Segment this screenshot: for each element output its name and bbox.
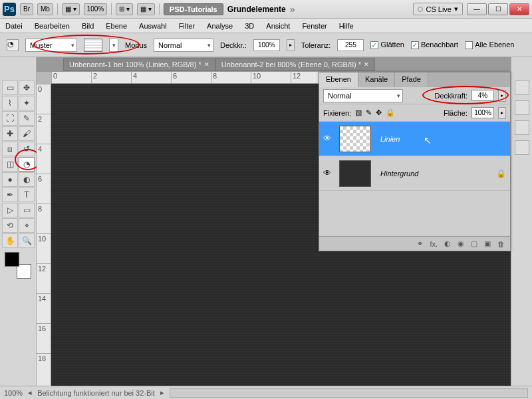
lock-position-icon[interactable]: ✥ [376, 108, 382, 117]
swatches-panel-icon[interactable] [515, 100, 529, 115]
layer-mask-icon[interactable]: ◐ [444, 239, 451, 248]
status-message: Belichtung funktioniert nur bei 32-Bit [37, 389, 155, 397]
menu-fenster[interactable]: Fenster [302, 22, 327, 30]
window-close[interactable]: ✕ [509, 3, 529, 15]
stamp-tool[interactable]: ⧇ [2, 142, 18, 156]
delete-layer-icon[interactable]: 🗑 [497, 240, 505, 248]
fg-color[interactable] [5, 252, 19, 267]
menu-filter[interactable]: Filter [179, 22, 195, 30]
opacity-arrow[interactable]: ▸ [287, 39, 295, 51]
layer-opacity-field[interactable]: 4% [471, 90, 494, 101]
path-select-tool[interactable]: ▷ [2, 203, 18, 217]
menu-datei[interactable]: Datei [5, 22, 23, 30]
menu-hilfe[interactable]: Hilfe [339, 22, 354, 30]
hand-tool[interactable]: ✋ [2, 233, 18, 248]
pen-tool[interactable]: ✒ [2, 188, 18, 202]
bridge-button[interactable]: Br [20, 3, 33, 15]
panel-tab-ebenen[interactable]: Ebenen [319, 72, 358, 87]
paint-bucket-tool[interactable]: ◔ [19, 157, 35, 172]
dodge-tool[interactable]: ◐ [19, 172, 35, 187]
fill-arrow[interactable]: ▸ [498, 107, 506, 119]
new-layer-icon[interactable]: ▣ [484, 239, 491, 248]
scrollbar-horizontal[interactable] [170, 388, 528, 398]
layer-thumbnail[interactable] [339, 126, 371, 152]
eraser-tool[interactable]: ◫ [2, 157, 18, 172]
layer-name[interactable]: Linien [380, 135, 400, 143]
history-brush-tool[interactable]: ↺ [19, 142, 35, 156]
alle-ebenen-checkbox[interactable]: Alle Ebenen [465, 41, 514, 49]
workspace-psd-tutorials[interactable]: PSD-Tutorials [164, 3, 223, 15]
lasso-tool[interactable]: ⌇ [2, 96, 18, 110]
layer-blend-dropdown[interactable]: Normal [323, 89, 403, 102]
layer-thumbnail[interactable] [339, 160, 371, 187]
crop-tool[interactable]: ⛶ [2, 111, 18, 126]
move-tool[interactable]: ✥ [19, 80, 35, 95]
ruler-tick: 4 [37, 144, 51, 174]
brush-tool[interactable]: 🖌 [19, 126, 35, 141]
ruler-vertical[interactable]: 024681012141618 [37, 84, 51, 386]
layout-dropdown[interactable]: ▦ ▾ [62, 3, 80, 15]
layer-opacity-arrow[interactable]: ▸ [498, 90, 506, 102]
tolerance-field[interactable]: 255 [337, 39, 364, 51]
type-tool[interactable]: T [19, 188, 35, 202]
menu-ansicht[interactable]: Ansicht [266, 22, 290, 30]
layer-fx-icon[interactable]: fx. [430, 240, 438, 248]
layer-name[interactable]: Hintergrund [380, 170, 418, 178]
lock-transparency-icon[interactable]: ▧ [355, 108, 362, 117]
magic-wand-tool[interactable]: ✦ [19, 96, 35, 110]
extras-btn[interactable]: ▦ ▾ [137, 3, 155, 15]
menu-bearbeiten[interactable]: Bearbeiten [35, 22, 70, 30]
workspace-more-icon[interactable]: » [290, 4, 295, 15]
pattern-swatch[interactable] [84, 39, 102, 52]
pattern-picker-dropdown[interactable] [109, 39, 118, 52]
link-layers-icon[interactable]: ⚭ [417, 239, 423, 248]
opacity-field[interactable]: 100% [253, 39, 280, 51]
color-panel-icon[interactable] [515, 80, 529, 95]
visibility-icon[interactable]: 👁 [323, 134, 334, 144]
masks-panel-icon[interactable] [515, 140, 529, 155]
layer-row-linien[interactable]: 👁 Linien ↖ [319, 122, 510, 156]
zoom-display[interactable]: 100% [84, 3, 108, 15]
glaetten-checkbox[interactable]: ✓Glätten [370, 41, 404, 49]
ruler-btn[interactable]: ⊞ ▾ [116, 3, 133, 15]
zoom-tool[interactable]: 🔍 [19, 233, 35, 248]
blend-dropdown[interactable]: Normal [154, 39, 213, 52]
group-icon[interactable]: ▢ [471, 239, 477, 248]
window-maximize[interactable]: ☐ [488, 3, 508, 15]
cslive-button[interactable]: CS Live ▾ [413, 3, 463, 15]
eyedropper-tool[interactable]: ✎ [19, 111, 35, 126]
panel-tab-kanaele[interactable]: Kanäle [358, 72, 395, 87]
menu-3d[interactable]: 3D [245, 22, 254, 30]
paint-bucket-icon: ◔ [7, 39, 19, 51]
marquee-tool[interactable]: ▭ [2, 80, 18, 95]
shape-tool[interactable]: ▭ [19, 203, 35, 217]
menu-bild[interactable]: Bild [82, 22, 94, 30]
minibridge-button[interactable]: Mb [37, 3, 53, 15]
menu-ebene[interactable]: Ebene [106, 22, 127, 30]
doc-tab-2[interactable]: Unbenannt-2 bei 800% (Ebene 0, RGB/8) *✕ [215, 58, 375, 71]
close-icon[interactable]: ✕ [204, 61, 209, 68]
layer-row-hintergrund[interactable]: 👁 Hintergrund 🔒 [319, 156, 510, 191]
adjustment-layer-icon[interactable]: ◉ [458, 239, 464, 248]
doc-tab-1[interactable]: Unbenannt-1 bei 100% (Linien, RGB/8) *✕ [63, 58, 215, 71]
benachbart-checkbox[interactable]: ✓Benachbart [411, 41, 458, 49]
3d-tool[interactable]: ⟲ [2, 218, 18, 233]
healing-tool[interactable]: ✚ [2, 126, 18, 141]
color-swatches[interactable] [5, 252, 31, 279]
camera-tool[interactable]: ⌖ [19, 218, 35, 233]
window-minimize[interactable]: — [467, 3, 487, 15]
visibility-icon[interactable]: 👁 [323, 168, 334, 179]
menu-analyse[interactable]: Analyse [207, 22, 233, 30]
close-icon[interactable]: ✕ [364, 61, 369, 68]
fill-source-dropdown[interactable]: Muster [25, 39, 77, 52]
lock-pixels-icon[interactable]: ✎ [366, 108, 372, 117]
workspace-grundelemente[interactable]: Grundelemente [227, 5, 286, 14]
status-zoom[interactable]: 100% [4, 389, 23, 397]
lock-all-icon[interactable]: 🔒 [386, 108, 395, 117]
menu-auswahl[interactable]: Auswahl [139, 22, 167, 30]
document-tabs: Unbenannt-1 bei 100% (Linien, RGB/8) *✕ … [37, 57, 511, 72]
adjustments-panel-icon[interactable] [515, 120, 529, 135]
fill-field[interactable]: 100% [471, 107, 494, 118]
panel-tab-pfade[interactable]: Pfade [395, 72, 428, 87]
blur-tool[interactable]: ● [2, 172, 18, 187]
